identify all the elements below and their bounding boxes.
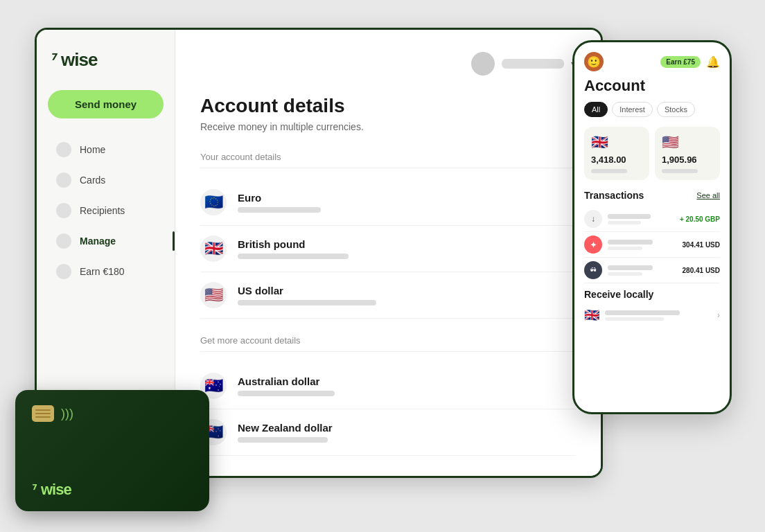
sidebar-item-earn[interactable]: Earn €180 — [48, 257, 164, 286]
sidebar-item-manage[interactable]: Manage — [48, 227, 164, 256]
tx-icon-airbnb: ✦ — [584, 236, 602, 254]
tx-bar2-3 — [608, 272, 642, 276]
receive-bar1 — [605, 310, 680, 315]
aud-info: Australian dollar — [238, 375, 576, 396]
mobile-account-title: Account — [584, 77, 720, 95]
tab-interest[interactable]: Interest — [612, 102, 653, 117]
transactions-title: Transactions — [584, 190, 644, 201]
aud-item[interactable]: 🇦🇺 Australian dollar — [200, 363, 576, 409]
receive-bar2 — [605, 317, 664, 321]
home-dot — [56, 142, 71, 157]
earn-badge[interactable]: Earn £75 — [660, 56, 701, 68]
see-all-link[interactable]: See all — [696, 191, 720, 200]
gbp-info: British pound — [238, 238, 576, 259]
user-name — [502, 59, 564, 69]
aud-bar — [238, 391, 335, 396]
tx-bar1-3 — [608, 265, 653, 270]
gbp-bar — [238, 254, 349, 259]
card-logo-area: ⁷ wise — [32, 481, 71, 499]
sidebar-item-cards[interactable]: Cards — [48, 166, 164, 195]
sidebar-item-label-home: Home — [80, 144, 105, 155]
sidebar-item-label-earn: Earn €180 — [80, 266, 125, 277]
user-avatar — [471, 52, 495, 76]
mobile-frame: 🙂 Earn £75 🔔 Account All Interest Stocks… — [572, 40, 732, 414]
tx-bar2-1 — [608, 221, 641, 224]
mobile-avatar: 🙂 — [584, 52, 604, 71]
usd-name: US dollar — [238, 285, 576, 296]
usd-item[interactable]: 🇺🇸 US dollar — [200, 272, 576, 319]
recipients-dot — [56, 203, 71, 218]
nzd-bar — [238, 437, 328, 443]
gbp-card-flag: 🇬🇧 — [591, 134, 642, 150]
receive-locally-section: Receive locally 🇬🇧 › — [584, 289, 720, 326]
main-content: ▾ Account details Receive money in multi… — [175, 30, 601, 476]
send-money-button[interactable]: Send money — [48, 90, 164, 118]
wise-logo: ⁷ wise — [48, 49, 164, 71]
cards-dot — [56, 172, 71, 188]
transactions-header: Transactions See all — [584, 190, 720, 201]
sidebar-item-label-manage: Manage — [80, 236, 116, 247]
tab-stocks[interactable]: Stocks — [657, 102, 695, 117]
receive-item-1[interactable]: 🇬🇧 › — [584, 304, 720, 326]
sidebar-item-recipients[interactable]: Recipients — [48, 196, 164, 225]
nzd-item[interactable]: 🇳🇿 New Zealand dollar — [200, 409, 576, 456]
usd-info: US dollar — [238, 285, 576, 305]
gbp-item[interactable]: 🇬🇧 British pound — [200, 226, 576, 272]
tx-bar2-2 — [608, 247, 642, 250]
gbp-flag: 🇬🇧 — [200, 236, 227, 262]
chevron-right-icon: › — [717, 310, 720, 320]
mobile-tabs: All Interest Stocks — [584, 102, 720, 117]
mobile-header: 🙂 Earn £75 🔔 — [574, 42, 730, 77]
euro-bar — [238, 207, 321, 213]
usd-flag: 🇺🇸 — [200, 282, 227, 308]
wise-logo-text: wise — [61, 49, 97, 71]
tx-icon-down: ↓ — [584, 210, 602, 228]
transaction-item-3[interactable]: 🕶 280.41 USD — [584, 258, 720, 283]
scene: ⁷ wise Send money Home Cards Recipients — [0, 0, 765, 532]
transaction-item-1[interactable]: ↓ + 20.50 GBP — [584, 206, 720, 232]
card-wise-icon: ⁷ — [32, 482, 37, 497]
usd-card[interactable]: 🇺🇸 1,905.96 — [655, 127, 720, 180]
gbp-card-bar — [591, 169, 627, 173]
tab-all[interactable]: All — [584, 102, 608, 117]
sidebar-item-label-cards: Cards — [80, 175, 105, 186]
gbp-card[interactable]: 🇬🇧 3,418.00 — [584, 127, 649, 180]
receive-flag-gbp: 🇬🇧 — [584, 308, 599, 323]
mobile-content: Account All Interest Stocks 🇬🇧 3,418.00 … — [574, 77, 730, 412]
nav-items: Home Cards Recipients Manage Earn €180 — [48, 135, 164, 286]
chip — [32, 405, 54, 422]
transaction-item-2[interactable]: ✦ 304.41 USD — [584, 232, 720, 258]
card-chip-area: ))) — [32, 405, 73, 422]
tx-amount-1: + 20.50 GBP — [680, 215, 720, 223]
usd-card-bar — [662, 169, 698, 173]
euro-info: Euro — [238, 192, 576, 213]
receive-locally-title: Receive locally — [584, 289, 720, 300]
chip-lines — [35, 409, 51, 418]
euro-item[interactable]: 🇪🇺 Euro — [200, 179, 576, 226]
sidebar-item-home[interactable]: Home — [48, 135, 164, 164]
euro-name: Euro — [238, 192, 576, 204]
earn-dot — [56, 264, 71, 279]
chip-line-1 — [35, 409, 51, 411]
tx-info-3 — [608, 265, 677, 276]
nzd-name: New Zealand dollar — [238, 422, 576, 434]
bell-icon[interactable]: 🔔 — [706, 55, 720, 69]
card-wise-text: wise — [41, 481, 71, 499]
more-section-label: Get more account details — [200, 335, 576, 352]
tx-amount-2: 304.41 USD — [683, 241, 720, 249]
nzd-info: New Zealand dollar — [238, 422, 576, 443]
sidebar-item-label-recipients: Recipients — [80, 205, 125, 216]
debit-card: ))) ⁷ wise — [15, 390, 209, 511]
chip-line-3 — [35, 416, 51, 418]
tx-info-2 — [608, 240, 677, 250]
usd-bar — [238, 300, 376, 305]
tx-info-1 — [608, 214, 674, 224]
receive-bars — [605, 310, 712, 321]
euro-flag: 🇪🇺 — [200, 189, 227, 215]
manage-dot — [56, 233, 71, 249]
header-row: ▾ — [200, 52, 576, 76]
chip-line-2 — [35, 413, 51, 414]
tx-icon-user: 🕶 — [584, 261, 602, 279]
usd-card-flag: 🇺🇸 — [662, 134, 713, 150]
gbp-card-amount: 3,418.00 — [591, 154, 642, 165]
